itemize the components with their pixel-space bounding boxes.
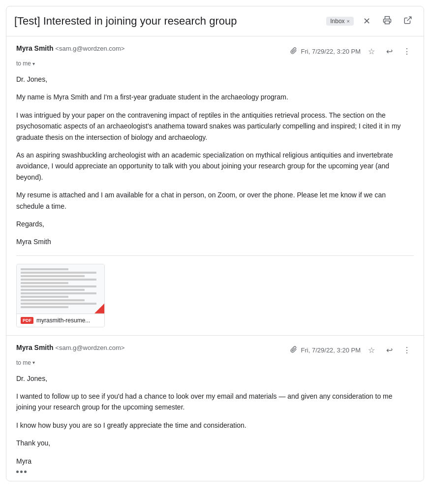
svg-rect-0	[385, 21, 390, 24]
thread-header: [Test] Interested in joining your resear…	[6, 6, 424, 36]
body-para-4: My resume is attached and I am available…	[16, 189, 414, 212]
reply-icon-1: ↩	[386, 47, 393, 56]
star-button-1[interactable]: ☆	[365, 44, 378, 58]
body-para-2: I was intrigued by your paper on the con…	[16, 110, 414, 143]
attachment-label: PDF myrasmith-resume...	[17, 314, 104, 327]
print-icon	[383, 16, 392, 27]
close-button[interactable]: ✕	[359, 13, 374, 29]
star-button-2[interactable]: ☆	[365, 344, 378, 357]
inbox-label: Inbox	[330, 18, 344, 25]
dot-2	[20, 471, 23, 473]
message-2-meta: Myra Smith <sam.g@wordzen.com> Fri, 7/29…	[16, 344, 414, 357]
attachment-preview	[17, 264, 104, 314]
popout-icon	[403, 16, 412, 27]
attachment-thumbnail[interactable]: PDF myrasmith-resume...	[16, 264, 105, 327]
close-icon: ✕	[363, 16, 370, 27]
star-icon-1: ☆	[368, 47, 375, 56]
chevron-down-icon-1[interactable]: ▾	[32, 61, 35, 66]
closing-1: Regards,	[16, 219, 414, 229]
reply-button-1[interactable]: ↩	[382, 44, 396, 58]
more-button-1[interactable]: ⋮	[400, 44, 414, 58]
chevron-down-icon-2[interactable]: ▾	[32, 360, 35, 365]
body-para-3: As an aspiring swashbuckling archeologis…	[16, 150, 414, 183]
sender-info-1: Myra Smith <sam.g@wordzen.com>	[16, 44, 124, 52]
email-thread: [Test] Interested in joining your resear…	[6, 6, 424, 481]
greeting-1: Dr. Jones,	[16, 74, 414, 85]
preview-line	[21, 289, 85, 291]
message-2-meta-right: Fri, 7/29/22, 3:20 PM ☆ ↩ ⋮	[290, 344, 414, 357]
body-para-6: I know how busy you are so I greatly app…	[16, 420, 414, 431]
header-actions: ✕	[359, 13, 416, 29]
reply-icon-2: ↩	[386, 346, 393, 355]
sender-email-2: <sam.g@wordzen.com>	[55, 344, 124, 351]
svg-line-1	[407, 17, 411, 21]
dot-1	[16, 471, 19, 473]
paperclip-icon-1	[290, 47, 297, 56]
attachment-area: PDF myrasmith-resume...	[16, 255, 414, 327]
preview-lines	[21, 268, 100, 310]
preview-line	[21, 306, 68, 308]
preview-line	[21, 299, 85, 301]
more-icon-1: ⋮	[403, 47, 411, 56]
sender-name-2: Myra Smith	[16, 344, 53, 351]
preview-line	[21, 268, 68, 270]
body-para-1: My name is Myra Smith and I'm a first-ye…	[16, 92, 414, 102]
message-2-date: Fri, 7/29/22, 3:20 PM	[301, 346, 361, 354]
print-button[interactable]	[379, 13, 395, 29]
greeting-2: Dr. Jones,	[16, 373, 414, 384]
star-icon-2: ☆	[368, 346, 375, 355]
message-1: Myra Smith <sam.g@wordzen.com> Fri, 7/29…	[6, 36, 424, 336]
to-line-1: to me ▾	[16, 60, 414, 67]
message-1-meta: Myra Smith <sam.g@wordzen.com> Fri, 7/29…	[16, 44, 414, 58]
pdf-icon: PDF	[21, 317, 33, 324]
body-para-5: I wanted to follow up to see if you'd ha…	[16, 391, 414, 413]
preview-line	[21, 272, 96, 274]
three-dots-ellipsis[interactable]	[16, 471, 414, 473]
signature-1: Myra Smith	[16, 236, 414, 247]
sender-email-1: <sam.g@wordzen.com>	[55, 45, 124, 52]
preview-line	[21, 292, 96, 294]
message-2-body: Dr. Jones, I wanted to follow up to see …	[16, 373, 414, 467]
preview-line	[21, 275, 85, 277]
more-icon-2: ⋮	[403, 346, 411, 355]
more-button-2[interactable]: ⋮	[400, 344, 414, 357]
message-1-body: Dr. Jones, My name is Myra Smith and I'm…	[16, 74, 414, 248]
message-1-meta-right: Fri, 7/29/22, 3:20 PM ☆ ↩ ⋮	[290, 44, 414, 58]
sender-name-1: Myra Smith	[16, 44, 53, 52]
closing-2: Thank you,	[16, 438, 414, 448]
preview-line	[21, 282, 68, 284]
inbox-badge: Inbox ×	[326, 17, 354, 26]
to-line-2: to me ▾	[16, 359, 414, 366]
preview-line	[21, 279, 96, 281]
preview-line	[21, 303, 96, 305]
email-subject: [Test] Interested in joining your resear…	[14, 15, 321, 28]
inbox-badge-close[interactable]: ×	[347, 18, 350, 24]
dot-3	[24, 471, 27, 473]
sender-info-2: Myra Smith <sam.g@wordzen.com>	[16, 344, 124, 351]
preview-line	[21, 285, 96, 287]
attachment-filename: myrasmith-resume...	[36, 317, 90, 324]
reply-button-2[interactable]: ↩	[382, 344, 396, 357]
paperclip-icon-2	[290, 346, 297, 354]
preview-line	[21, 296, 68, 298]
message-2: Myra Smith <sam.g@wordzen.com> Fri, 7/29…	[6, 336, 424, 481]
message-1-date: Fri, 7/29/22, 3:20 PM	[301, 48, 361, 55]
popout-button[interactable]	[400, 13, 416, 29]
signature-2: Myra	[16, 456, 414, 467]
